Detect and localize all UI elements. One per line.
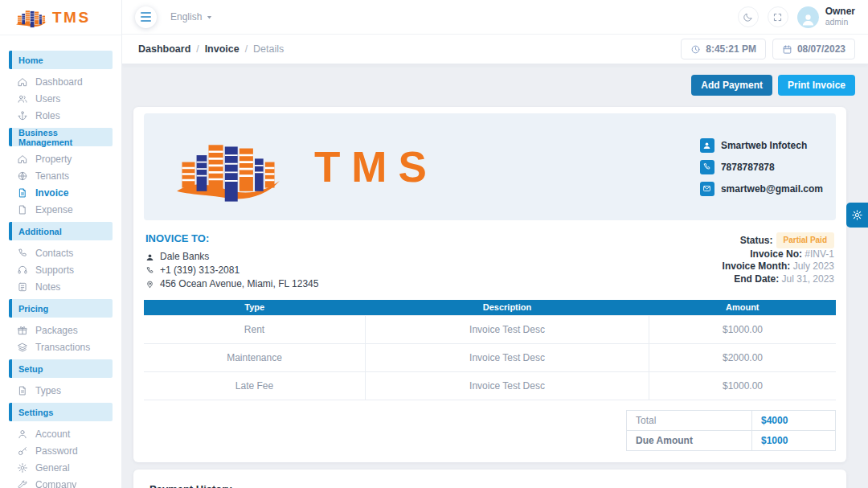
column-header-description: Description bbox=[366, 300, 649, 315]
moon-icon bbox=[743, 12, 753, 23]
status-badge: Partial Paid bbox=[776, 232, 834, 248]
column-header-type: Type bbox=[144, 300, 366, 315]
sidebar-section-settings: Settings bbox=[9, 403, 113, 421]
chevron-down-icon bbox=[206, 14, 213, 21]
sidebar-item-expense[interactable]: Expense bbox=[0, 201, 121, 218]
sidebar-item-invoice[interactable]: Invoice bbox=[0, 184, 121, 201]
add-payment-button[interactable]: Add Payment bbox=[691, 75, 772, 96]
layers-icon bbox=[17, 342, 28, 353]
menu-toggle-button[interactable] bbox=[135, 6, 157, 28]
page-content: Add Payment Print Invoice TMS Smartweb I… bbox=[122, 64, 868, 488]
gear-icon bbox=[851, 209, 863, 221]
home-icon bbox=[17, 154, 28, 165]
cell-description: Invoice Test Desc bbox=[366, 343, 649, 371]
company-phone-icon bbox=[700, 160, 714, 174]
total-value: $4000 bbox=[752, 410, 836, 430]
app-logo[interactable]: TMS bbox=[0, 0, 121, 35]
due-amount-value: $1000 bbox=[752, 430, 836, 450]
user-menu[interactable]: Owner admin bbox=[797, 6, 855, 28]
brand-name: TMS bbox=[52, 9, 91, 27]
company-user-icon bbox=[700, 138, 714, 153]
invoice-meta-block: Status:Partial Paid Invoice No: #INV-1 I… bbox=[723, 232, 834, 289]
sidebar-item-tenants[interactable]: Tenants bbox=[0, 167, 121, 184]
sidebar-item-users[interactable]: Users bbox=[0, 90, 121, 107]
status-label: Status: bbox=[740, 235, 773, 246]
bill-to-heading: INOVICE TO: bbox=[145, 232, 318, 244]
table-row: Rent Invoice Test Desc $1000.00 bbox=[144, 315, 836, 343]
sidebar-item-packages[interactable]: Packages bbox=[0, 322, 121, 338]
brand-buildings-icon bbox=[16, 6, 47, 29]
end-date-row: End Date: Jul 31, 2023 bbox=[723, 273, 834, 286]
sidebar: TMS Home Dashboard Users Roles Business … bbox=[0, 0, 122, 488]
brand-name-large: TMS bbox=[314, 142, 438, 191]
breadcrumb-separator: / bbox=[196, 43, 199, 55]
sidebar-item-dashboard[interactable]: Dashboard bbox=[0, 73, 121, 90]
invoice-icon bbox=[17, 187, 28, 199]
sidebar-item-supports[interactable]: Supports bbox=[0, 261, 121, 278]
company-name: Smartweb Infotech bbox=[721, 140, 807, 151]
table-header-row: Type Description Amount bbox=[144, 300, 836, 315]
company-contact-block: Smartweb Infotech 7878787878 smartweb@gm… bbox=[700, 138, 823, 196]
calendar-icon bbox=[782, 44, 792, 55]
invoice-card: TMS Smartweb Infotech 7878787878 smartwe… bbox=[133, 107, 846, 462]
sidebar-section-business-management: Business Management bbox=[9, 128, 113, 146]
page-actions: Add Payment Print Invoice bbox=[133, 75, 855, 96]
sidebar-section-additional: Additional bbox=[9, 222, 113, 240]
invoice-no-label: Invoice No: bbox=[750, 248, 802, 260]
avatar bbox=[797, 6, 819, 28]
settings-fab-button[interactable] bbox=[846, 203, 868, 228]
cell-amount: $1000.00 bbox=[649, 371, 836, 400]
sidebar-item-types[interactable]: Types bbox=[0, 382, 121, 399]
anchor-icon bbox=[17, 110, 28, 121]
user-icon bbox=[17, 429, 28, 440]
language-label: English bbox=[170, 11, 202, 23]
sidebar-item-notes[interactable]: Notes bbox=[0, 278, 121, 295]
file-text-icon bbox=[17, 385, 28, 396]
main-area: English Owner admin Dashboard / Invoice … bbox=[122, 0, 868, 488]
sidebar-item-transactions[interactable]: Transactions bbox=[0, 338, 121, 355]
map-pin-icon bbox=[145, 280, 154, 289]
cell-amount: $1000.00 bbox=[649, 315, 836, 343]
company-mail-icon bbox=[700, 182, 714, 196]
sidebar-item-general[interactable]: General bbox=[0, 459, 121, 476]
phone-icon bbox=[17, 248, 28, 259]
sidebar-item-roles[interactable]: Roles bbox=[0, 107, 121, 124]
cell-description: Invoice Test Desc bbox=[366, 371, 649, 400]
cell-type: Late Fee bbox=[144, 371, 366, 400]
globe-icon bbox=[17, 170, 28, 182]
company-phone: 7878787878 bbox=[721, 162, 775, 173]
end-date-label: End Date: bbox=[734, 273, 779, 285]
sidebar-item-company[interactable]: Company bbox=[0, 476, 121, 488]
invoice-header-band: TMS Smartweb Infotech 7878787878 smartwe… bbox=[144, 113, 836, 220]
status-row: Status:Partial Paid bbox=[723, 232, 834, 248]
sidebar-item-property[interactable]: Property bbox=[0, 150, 121, 167]
brand-buildings-icon bbox=[168, 128, 289, 207]
invoice-info-row: INOVICE TO: Dale Banks +1 (319) 313-2081… bbox=[144, 232, 836, 289]
breadcrumb-invoice[interactable]: Invoice bbox=[205, 43, 240, 55]
cell-amount: $2000.00 bbox=[649, 343, 836, 371]
topbar: English Owner admin bbox=[122, 0, 868, 35]
fullscreen-button[interactable] bbox=[768, 6, 788, 27]
wrench-icon bbox=[17, 479, 28, 488]
sidebar-item-account[interactable]: Account bbox=[0, 425, 121, 442]
user-role: admin bbox=[825, 17, 855, 27]
dark-mode-button[interactable] bbox=[738, 6, 759, 27]
breadcrumb-separator: / bbox=[245, 43, 248, 55]
breadcrumb-dashboard[interactable]: Dashboard bbox=[138, 43, 190, 55]
bill-to-name: Dale Banks bbox=[160, 251, 209, 262]
invoice-month-label: Invoice Month: bbox=[723, 260, 791, 272]
invoice-totals-table: Total $4000 Due Amount $1000 bbox=[626, 410, 836, 451]
sidebar-item-password[interactable]: Password bbox=[0, 442, 121, 459]
company-email: smartweb@gmail.com bbox=[721, 183, 823, 195]
print-invoice-button[interactable]: Print Invoice bbox=[778, 75, 855, 96]
sidebar-section-pricing: Pricing bbox=[9, 299, 113, 318]
cell-type: Maintenance bbox=[144, 343, 366, 371]
company-phone-row: 7878787878 bbox=[700, 160, 823, 174]
end-date-value: Jul 31, 2023 bbox=[782, 273, 834, 285]
headset-icon bbox=[17, 265, 28, 276]
sidebar-item-contacts[interactable]: Contacts bbox=[0, 244, 121, 261]
invoice-no-value: #INV-1 bbox=[805, 248, 834, 260]
file-icon bbox=[17, 204, 28, 215]
user-avatar-icon bbox=[800, 11, 816, 27]
language-dropdown[interactable]: English bbox=[170, 11, 213, 23]
